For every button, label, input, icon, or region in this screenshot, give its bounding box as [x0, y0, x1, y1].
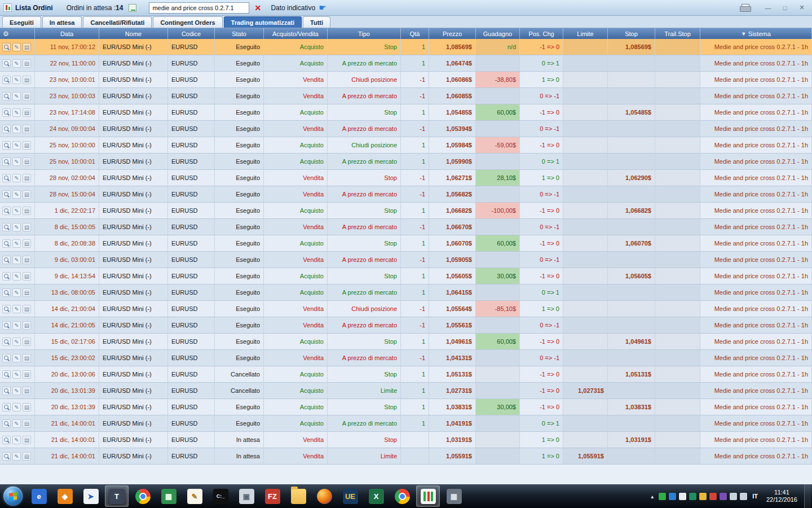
edit-order-icon[interactable]: ✎ [12, 354, 21, 362]
close-button[interactable]: ✕ [795, 3, 809, 13]
taskbar-icon-trading-chart-app[interactable] [416, 485, 440, 507]
edit-order-icon[interactable]: ✎ [12, 125, 21, 133]
order-note-icon[interactable]: ▤ [23, 108, 31, 117]
open-chart-icon[interactable] [2, 338, 11, 346]
table-row[interactable]: ✎▤23 nov, 10:00:01EUR/USD Mini (-)EURUSD… [0, 72, 812, 88]
edit-order-icon[interactable]: ✎ [12, 190, 21, 199]
table-row[interactable]: ✎▤23 nov, 10:00:03EUR/USD Mini (-)EURUSD… [0, 88, 812, 104]
order-note-icon[interactable]: ▤ [23, 354, 31, 362]
open-chart-icon[interactable] [2, 387, 11, 395]
open-chart-icon[interactable] [2, 190, 11, 199]
start-button[interactable] [3, 487, 23, 506]
table-row[interactable]: ✎▤24 nov, 09:00:04EUR/USD Mini (-)EURUSD… [0, 121, 812, 137]
table-row[interactable]: ✎▤20 dic, 13:00:06EUR/USD Mini (-)EURUSD… [0, 366, 812, 383]
column-header-codice[interactable]: Codice [168, 28, 215, 39]
edit-order-icon[interactable]: ✎ [12, 370, 21, 379]
column-header-pos-chg[interactable]: Pos. Chg [520, 28, 563, 39]
open-chart-icon[interactable] [2, 419, 11, 428]
tray-green-app[interactable] [659, 493, 666, 500]
tray-chart-app[interactable] [689, 493, 696, 500]
open-chart-icon[interactable] [2, 403, 11, 411]
open-chart-icon[interactable] [2, 272, 11, 281]
open-chart-icon[interactable] [2, 43, 11, 51]
order-note-icon[interactable]: ▤ [23, 43, 31, 51]
open-chart-icon[interactable] [2, 59, 11, 68]
taskbar-icon-filezilla[interactable]: FZ [261, 485, 284, 507]
tray-blue-app[interactable] [669, 493, 676, 500]
column-header-data[interactable]: Data [35, 28, 99, 39]
column-header-stop[interactable]: Stop [608, 28, 655, 39]
order-note-icon[interactable]: ▤ [23, 288, 31, 297]
edit-order-icon[interactable]: ✎ [12, 174, 21, 182]
pending-chart-icon[interactable] [129, 4, 136, 12]
table-row[interactable]: ✎▤13 dic, 08:00:05EUR/USD Mini (-)EURUSD… [0, 284, 812, 301]
column-header-tipo[interactable]: Tipo [328, 28, 401, 39]
table-row[interactable]: ✎▤21 dic, 14:00:01EUR/USD Mini (-)EURUSD… [0, 415, 812, 432]
order-note-icon[interactable]: ▤ [23, 174, 31, 182]
tab-contingent-orders[interactable]: Contingent Orders [153, 16, 222, 28]
edit-order-icon[interactable]: ✎ [12, 207, 21, 215]
edit-order-icon[interactable]: ✎ [12, 403, 21, 411]
edit-order-icon[interactable]: ✎ [12, 43, 21, 51]
taskbar-icon-file-explorer[interactable] [286, 485, 310, 507]
edit-order-icon[interactable]: ✎ [12, 59, 21, 68]
language-indicator[interactable]: IT [751, 493, 760, 500]
order-note-icon[interactable]: ▤ [23, 256, 31, 264]
edit-order-icon[interactable]: ✎ [12, 288, 21, 297]
open-chart-icon[interactable] [2, 370, 11, 379]
order-note-icon[interactable]: ▤ [23, 207, 31, 215]
edit-order-icon[interactable]: ✎ [12, 92, 21, 100]
clear-filter-icon[interactable]: ✕ [253, 3, 263, 12]
tray-purple-app[interactable] [720, 493, 727, 500]
tray-white-app[interactable] [679, 493, 686, 500]
order-note-icon[interactable]: ▤ [23, 338, 31, 346]
edit-order-icon[interactable]: ✎ [12, 223, 21, 231]
table-row[interactable]: ✎▤21 dic, 14:00:01EUR/USD Mini (-)EURUSD… [0, 448, 812, 465]
taskbar-icon-calculator[interactable]: ▦ [442, 485, 466, 507]
table-row[interactable]: ✎▤20 dic, 13:01:39EUR/USD Mini (-)EURUSD… [0, 383, 812, 399]
edit-order-icon[interactable]: ✎ [12, 419, 21, 428]
order-note-icon[interactable]: ▤ [23, 76, 31, 84]
open-chart-icon[interactable] [2, 305, 11, 313]
open-chart-icon[interactable] [2, 239, 11, 248]
minimize-button[interactable]: — [761, 3, 775, 13]
table-row[interactable]: ✎▤28 nov, 02:00:04EUR/USD Mini (-)EURUSD… [0, 170, 812, 186]
edit-order-icon[interactable]: ✎ [12, 452, 21, 461]
order-note-icon[interactable]: ▤ [23, 403, 31, 411]
taskbar-icon-ultraedit[interactable]: UE [338, 485, 362, 507]
edit-order-icon[interactable]: ✎ [12, 256, 21, 264]
open-chart-icon[interactable] [2, 125, 11, 133]
print-icon[interactable] [740, 4, 750, 12]
edit-order-icon[interactable]: ✎ [12, 108, 21, 117]
open-chart-icon[interactable] [2, 92, 11, 100]
column-header-qt[interactable]: Qtà [401, 28, 429, 39]
table-row[interactable]: ✎▤15 dic, 02:17:06EUR/USD Mini (-)EURUSD… [0, 334, 812, 350]
volume-icon[interactable] [740, 493, 747, 500]
tray-red-app[interactable] [709, 493, 717, 500]
taskbar-icon-pointer-app[interactable]: ➤ [79, 485, 103, 507]
order-note-icon[interactable]: ▤ [23, 190, 31, 199]
column-header-trail-stop[interactable]: Trail.Stop [655, 28, 700, 39]
open-chart-icon[interactable] [2, 288, 11, 297]
taskbar-icon-internet-explorer[interactable]: e [27, 485, 51, 507]
tab-eseguiti[interactable]: Eseguiti [2, 16, 41, 28]
table-row[interactable]: ✎▤1 dic, 22:02:17EUR/USD Mini (-)EURUSDE… [0, 203, 812, 219]
table-row[interactable]: ✎▤20 dic, 13:01:39EUR/USD Mini (-)EURUSD… [0, 399, 812, 415]
order-note-icon[interactable]: ▤ [23, 157, 31, 166]
table-row[interactable]: ✎▤8 dic, 20:08:38EUR/USD Mini (-)EURUSDE… [0, 235, 812, 252]
table-row[interactable]: ✎▤11 nov, 17:00:12EUR/USD Mini (-)EURUSD… [0, 39, 812, 55]
edit-order-icon[interactable]: ✎ [12, 157, 21, 166]
edit-order-icon[interactable]: ✎ [12, 321, 21, 330]
taskbar-icon-t-trading-tool[interactable]: T [105, 485, 129, 507]
tray-expand-icon[interactable]: ▴ [649, 493, 655, 500]
column-header-sistema[interactable]: ▼Sistema [700, 28, 812, 39]
tray-yellow-app[interactable] [699, 493, 707, 500]
maximize-button[interactable]: □ [778, 3, 792, 13]
table-row[interactable]: ✎▤22 nov, 11:00:00EUR/USD Mini (-)EURUSD… [0, 55, 812, 72]
column-header-limite[interactable]: Limite [563, 28, 608, 39]
network-icon[interactable] [730, 493, 737, 500]
order-note-icon[interactable]: ▤ [23, 239, 31, 248]
tab-cancellati-rifiutati[interactable]: Cancellati/Rifiutati [83, 16, 152, 28]
open-chart-icon[interactable] [2, 256, 11, 264]
edit-order-icon[interactable]: ✎ [12, 141, 21, 150]
